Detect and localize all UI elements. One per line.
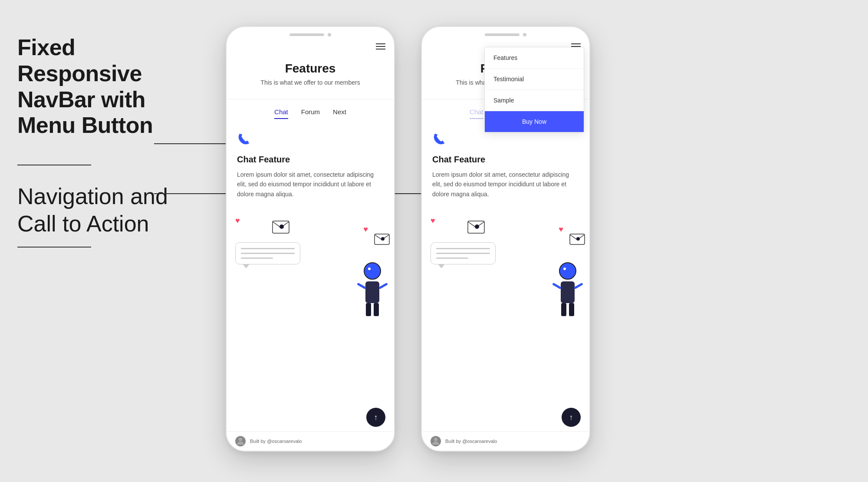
phone-2-bottom-bar: Built by @oscaroarevalo: [422, 431, 589, 451]
fab-button-1[interactable]: ↑: [366, 408, 385, 427]
illustration-area-1: ♥ ♥ ♥: [227, 212, 394, 325]
svg-point-8: [576, 237, 580, 241]
phone-receiver-icon: [237, 132, 384, 149]
svg-point-1: [279, 224, 284, 229]
chat-bubble: [235, 242, 300, 290]
heart-2-2: ♥: [559, 225, 563, 234]
notch-dot: [328, 33, 331, 36]
phone-receiver-icon-2: [432, 132, 579, 149]
menu-item-testimonial[interactable]: Testimonial: [485, 69, 584, 90]
person-figure-2: [559, 262, 576, 316]
svg-point-6: [475, 224, 479, 229]
main-title: Fixed Responsive NavBar with Menu Button: [17, 35, 200, 139]
person-figure-1: [364, 262, 381, 316]
chat-bubble-2: [431, 242, 496, 290]
page-container: Fixed Responsive NavBar with Menu Button…: [0, 0, 868, 482]
tab-navigation: Chat Forum Next: [227, 99, 394, 119]
envelope-2: [374, 234, 390, 247]
heart-2: ♥: [363, 225, 368, 234]
envelope-1: [272, 221, 289, 235]
feature-title-1: Chat Feature: [237, 155, 384, 165]
features-subtitle: This is what we offer to our members: [235, 79, 385, 86]
svg-point-4: [239, 438, 242, 441]
tab-next[interactable]: Next: [333, 108, 346, 119]
divider-2: [17, 247, 91, 248]
fab-arrow-icon: ↑: [374, 413, 378, 422]
bottom-avatar-1: [235, 436, 246, 446]
feature-title-2: Chat Feature: [432, 155, 579, 165]
built-by-2: Built by @oscaroarevalo: [445, 439, 497, 444]
built-by-1: Built by @oscaroarevalo: [250, 439, 302, 444]
phone-1-body: Chat Feature Lorem ipsum dolor sit amet,…: [227, 119, 394, 212]
phone-2-body: Chat Feature Lorem ipsum dolor sit amet,…: [422, 119, 589, 212]
fab-button-2[interactable]: ↑: [562, 408, 581, 427]
phone-1-bottom-bar: Built by @oscaroarevalo: [227, 431, 394, 451]
subtitle: Navigation and Call to Action: [17, 183, 200, 237]
phone-2: Features Testimonial Sample Buy Now Feat…: [421, 26, 590, 452]
svg-point-9: [434, 438, 437, 441]
divider-1: [17, 165, 91, 165]
notch-dot-2: [523, 33, 526, 36]
phones-container: Features This is what we offer to our me…: [226, 26, 590, 452]
feature-text-1: Lorem ipsum dolor sit amet, consectetur …: [237, 170, 384, 199]
tab-forum[interactable]: Forum: [301, 108, 320, 119]
menu-item-features[interactable]: Features: [485, 47, 584, 69]
left-panel: Fixed Responsive NavBar with Menu Button…: [17, 26, 200, 248]
phone-1-notch: [227, 27, 394, 40]
svg-point-3: [381, 237, 385, 241]
fab-arrow-icon-2: ↑: [569, 413, 573, 422]
heart-1: ♥: [235, 216, 240, 225]
illustration-area-2: ♥ ♥ ♥: [422, 212, 589, 325]
bottom-avatar-2: [431, 436, 441, 446]
phone-2-notch: [422, 27, 589, 40]
tab-chat-2[interactable]: Chat: [470, 108, 483, 119]
features-header: Features This is what we offer to our me…: [227, 53, 394, 99]
title-block: Fixed Responsive NavBar with Menu Button: [17, 35, 200, 139]
menu-cta-button[interactable]: Buy Now: [485, 111, 584, 132]
tab-chat[interactable]: Chat: [274, 108, 288, 119]
envelope-2-2: [569, 234, 585, 247]
envelope-2-1: [467, 221, 485, 235]
hamburger-menu-icon[interactable]: [376, 43, 385, 50]
phone-1: Features This is what we offer to our me…: [226, 26, 395, 452]
phone-1-navbar: [227, 40, 394, 53]
features-title: Features: [235, 62, 385, 76]
feature-text-2: Lorem ipsum dolor sit amet, consectetur …: [432, 170, 579, 199]
notch-pill: [289, 33, 324, 36]
notch-pill-2: [485, 33, 519, 36]
heart-2-1: ♥: [431, 216, 435, 225]
menu-item-sample[interactable]: Sample: [485, 90, 584, 111]
dropdown-menu: Features Testimonial Sample Buy Now: [484, 47, 584, 132]
